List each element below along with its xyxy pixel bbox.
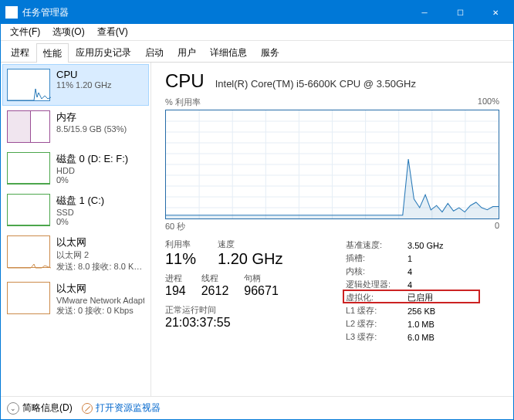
sidebar-item-disk0[interactable]: 磁盘 0 (D: E: F:) HDD 0% [2, 147, 149, 189]
titlebar: 任务管理器 ─ ☐ ✕ [1, 1, 513, 24]
cpu-model: Intel(R) Core(TM) i5-6600K CPU @ 3.50GHz [215, 78, 416, 90]
tab-startup[interactable]: 启动 [138, 42, 171, 62]
l2-label: L2 缓存: [346, 317, 407, 330]
chart-xmax: 0 [495, 221, 499, 232]
app-icon [5, 6, 18, 19]
sidebar-item-label: 磁盘 1 (C:) [56, 194, 104, 208]
uptime-label: 正常运行时间 [165, 304, 327, 316]
sidebar-item-memory[interactable]: 内存 8.5/15.9 GB (53%) [2, 106, 149, 147]
tab-history[interactable]: 应用历史记录 [69, 42, 138, 62]
sidebar-item-sub: 以太网 2 [56, 249, 144, 261]
handle-label: 句柄 [244, 273, 279, 284]
menu-options[interactable]: 选项(O) [46, 24, 90, 40]
sidebar-item-sub2: 0% [56, 175, 128, 185]
sidebar-item-disk1[interactable]: 磁盘 1 (C:) SSD 0% [2, 189, 149, 231]
resource-title: CPU [165, 70, 205, 92]
chart-ylabel: % 利用率 [165, 97, 201, 108]
main-panel: CPU Intel(R) Core(TM) i5-6600K CPU @ 3.5… [151, 63, 513, 396]
tab-services[interactable]: 服务 [254, 42, 286, 62]
brief-info-label: 简略信息(D) [22, 401, 73, 415]
main-header: CPU Intel(R) Core(TM) i5-6600K CPU @ 3.5… [165, 70, 499, 92]
disk-thumb-icon [7, 194, 50, 226]
uptime-value: 21:03:37:55 [165, 316, 327, 330]
menubar: 文件(F) 选项(O) 查看(V) [1, 24, 513, 41]
sockets-value: 1 [407, 252, 443, 265]
tab-users[interactable]: 用户 [171, 42, 203, 62]
sidebar-item-label: 磁盘 0 (D: E: F:) [56, 152, 128, 166]
proc-value: 194 [165, 284, 186, 298]
resource-monitor-icon [82, 403, 93, 414]
cpu-thumb-icon [7, 69, 50, 101]
thread-value: 2612 [201, 284, 229, 298]
thread-label: 线程 [201, 273, 229, 284]
chevron-down-icon: ⌄ [7, 402, 19, 415]
ethernet-thumb-icon [7, 235, 50, 268]
sidebar-item-sub: SSD [56, 208, 104, 217]
l2-value: 1.0 MB [407, 317, 443, 330]
virt-value: 已启用 [407, 291, 443, 304]
sidebar-item-ethernet1[interactable]: 以太网 以太网 2 发送: 8.0 接收: 8.0 Kbps [2, 231, 149, 277]
speed-label: 速度 [218, 239, 282, 250]
chart-xmin: 60 秒 [165, 221, 185, 232]
content: CPU 11% 1.20 GHz 内存 8.5/15.9 GB (53%) 磁盘… [1, 63, 513, 396]
proc-label: 进程 [165, 273, 186, 284]
tab-bar: 进程 性能 应用历史记录 启动 用户 详细信息 服务 [1, 41, 513, 63]
menu-file[interactable]: 文件(F) [4, 24, 46, 40]
left-stats: 利用率 11% 速度 1.20 GHz 进程 194 线程 26 [165, 239, 327, 393]
sidebar-item-sub: VMware Network Adapter [56, 296, 144, 305]
tab-processes[interactable]: 进程 [4, 42, 36, 62]
resource-monitor-link[interactable]: 打开资源监视器 [82, 401, 161, 415]
cores-value: 4 [407, 265, 443, 278]
sidebar-item-label: 内存 [56, 110, 127, 124]
right-stats: 基准速度:3.50 GHz 插槽:1 内核:4 逻辑处理器:4 虚拟化:已启用 … [346, 239, 499, 393]
chart-ymax: 100% [478, 97, 499, 108]
base-speed-value: 3.50 GHz [407, 239, 443, 252]
sidebar-item-sub: 8.5/15.9 GB (53%) [56, 124, 127, 134]
sidebar[interactable]: CPU 11% 1.20 GHz 内存 8.5/15.9 GB (53%) 磁盘… [1, 63, 151, 396]
speed-value: 1.20 GHz [218, 250, 282, 268]
sidebar-item-sub2: 发送: 0 接收: 0 Kbps [56, 305, 144, 317]
sidebar-item-sub2: 0% [56, 217, 104, 226]
l1-value: 256 KB [407, 304, 443, 317]
close-button[interactable]: ✕ [478, 1, 513, 24]
l3-label: L3 缓存: [346, 330, 407, 344]
resource-monitor-label: 打开资源监视器 [96, 401, 161, 415]
base-speed-label: 基准速度: [346, 239, 407, 252]
l3-value: 6.0 MB [407, 330, 443, 344]
sidebar-item-cpu[interactable]: CPU 11% 1.20 GHz [2, 64, 149, 106]
menu-view[interactable]: 查看(V) [91, 24, 134, 40]
virt-label: 虚拟化: [346, 291, 407, 304]
handle-value: 96671 [244, 284, 279, 298]
lprocs-label: 逻辑处理器: [346, 278, 407, 291]
disk-thumb-icon [7, 152, 50, 185]
memory-thumb-icon [7, 110, 50, 143]
chart-area: % 利用率 100% 60 秒 0 [165, 97, 499, 232]
sidebar-item-sub2: 发送: 8.0 接收: 8.0 Kbps [56, 261, 144, 273]
tab-performance[interactable]: 性能 [36, 43, 69, 63]
l1-label: L1 缓存: [346, 304, 407, 317]
maximize-button[interactable]: ☐ [442, 1, 478, 24]
brief-info-button[interactable]: ⌄ 简略信息(D) [7, 401, 73, 415]
sidebar-item-sub: HDD [56, 166, 128, 175]
cpu-chart[interactable] [165, 110, 499, 219]
window-title: 任务管理器 [22, 6, 407, 19]
tab-details[interactable]: 详细信息 [203, 42, 254, 62]
sidebar-item-label: 以太网 [56, 235, 144, 249]
sidebar-item-sub: 11% 1.20 GHz [56, 80, 112, 90]
sidebar-item-label: 以太网 [56, 282, 144, 296]
sidebar-item-label: CPU [56, 69, 112, 80]
minimize-button[interactable]: ─ [407, 1, 442, 24]
lprocs-value: 4 [407, 278, 443, 291]
stats: 利用率 11% 速度 1.20 GHz 进程 194 线程 26 [165, 239, 499, 393]
util-label: 利用率 [165, 239, 196, 250]
footer: ⌄ 简略信息(D) 打开资源监视器 [1, 396, 513, 419]
cores-label: 内核: [346, 265, 407, 278]
sidebar-item-ethernet2[interactable]: 以太网 VMware Network Adapter 发送: 0 接收: 0 K… [2, 277, 149, 321]
sockets-label: 插槽: [346, 252, 407, 265]
ethernet-thumb-icon [7, 282, 50, 314]
util-value: 11% [165, 250, 196, 268]
